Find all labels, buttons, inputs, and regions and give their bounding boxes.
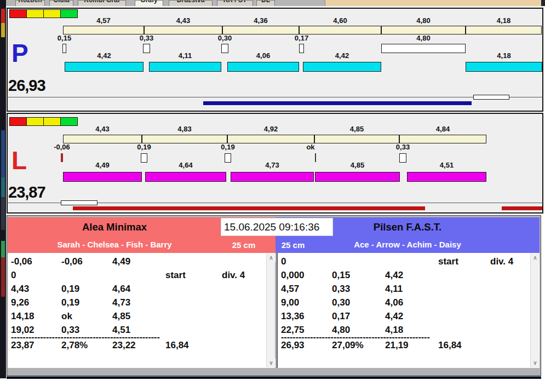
sliver-fragment <box>1 177 5 197</box>
background-titlebar-strip <box>325 0 542 6</box>
status-square <box>60 117 78 126</box>
speed-label: 4,85 <box>351 162 364 169</box>
speed-bar <box>407 172 486 182</box>
offset-label: 0,15 <box>58 34 71 42</box>
split-time-label: 4,80 <box>416 17 430 24</box>
offset-mark <box>399 153 406 163</box>
sliver-fragment <box>1 130 5 177</box>
offset-mark <box>221 44 228 53</box>
split-segment <box>142 135 227 143</box>
table-cell: 0 <box>11 270 16 280</box>
table-cell: 14,18 <box>11 311 35 321</box>
table-separator: ----------------------------------------… <box>11 332 160 339</box>
split-time-label: 4,36 <box>254 17 267 24</box>
tab-label: KR / ST <box>217 0 253 4</box>
split-time-label: 4,60 <box>333 17 347 24</box>
table-cell: 0,19 <box>61 297 79 308</box>
tab--idla[interactable]: Čidla <box>49 0 73 6</box>
table-total-cell: 2,78% <box>61 340 88 350</box>
table-cell: 9,26 <box>11 297 29 308</box>
scroll-down-icon[interactable]: ∨ <box>267 359 276 367</box>
offset-label: -0,06 <box>54 143 70 151</box>
table-total-cell: 16,84 <box>165 340 189 350</box>
split-time-label: 4,92 <box>264 125 278 132</box>
scrollbar-left[interactable]: ∧ ∨ <box>266 253 275 367</box>
background-window-sliver <box>0 0 6 378</box>
lane-letter-l: L <box>12 148 27 173</box>
table-cell: 4,64 <box>112 284 130 294</box>
speed-bar <box>149 62 221 72</box>
status-squares-p <box>10 9 78 18</box>
tab-grafy[interactable]: Grafy <box>135 0 163 6</box>
scroll-up-icon[interactable]: ∧ <box>267 253 276 262</box>
split-segment <box>144 26 222 34</box>
tab-kombi-graf[interactable]: Kombi Graf <box>78 0 126 6</box>
team-names-left: Sarah - Chelsea - Fish - Barry <box>8 240 221 249</box>
distance-label-right: 25 cm <box>271 240 315 250</box>
team-title-left: Alea Minimax <box>8 221 221 233</box>
tab-label: Družstva <box>169 0 212 4</box>
table-cell: 4,06 <box>385 297 403 308</box>
speed-bar <box>227 62 299 72</box>
speed-label: 4,64 <box>179 162 192 169</box>
split-segment <box>63 135 142 143</box>
table-cell: 0,000 <box>281 270 305 280</box>
split-time-label: 4,84 <box>436 125 450 132</box>
speed-bar <box>145 172 226 182</box>
team-names-right: Ace - Arrow - Achim - Daisy <box>276 240 540 249</box>
tab-kr-st[interactable]: KR / ST <box>217 0 253 6</box>
tab-dl[interactable]: DL <box>256 0 275 6</box>
table-total-cell: 16,84 <box>438 340 462 350</box>
tab-label: Grafy <box>135 0 163 4</box>
table-cell: 9,00 <box>281 297 299 308</box>
offset-tick <box>61 153 63 162</box>
timestamp-box: 15.06.2025 09:16:36 <box>221 218 333 236</box>
table-cell: 4,42 <box>385 270 403 280</box>
sliver-fragment <box>1 197 5 230</box>
table-total-cell: 23,87 <box>11 340 35 350</box>
distance-label-left: 25 cm <box>222 240 266 250</box>
offset-label: 0,19 <box>221 143 234 151</box>
table-cell: 4,42 <box>385 311 403 321</box>
table-cell: 0,33 <box>332 284 350 294</box>
offset-label: 4,80 <box>416 34 430 42</box>
scroll-down-icon[interactable]: ∨ <box>531 359 540 367</box>
offset-label: 0,17 <box>295 34 308 42</box>
split-time-label: 4,43 <box>95 125 109 132</box>
speed-label: 4,49 <box>95 162 109 169</box>
status-square <box>43 117 61 126</box>
speed-label: 4,42 <box>335 52 349 59</box>
status-square <box>9 9 27 18</box>
progress-bar <box>502 206 542 210</box>
table-total-cell: 23,22 <box>112 340 136 350</box>
table-cell: 4,57 <box>281 284 299 294</box>
scrollbar-right[interactable]: ∧ ∨ <box>530 253 539 367</box>
progress-bar <box>203 101 472 105</box>
split-time-label: 4,85 <box>350 125 364 132</box>
tab-rozb-h[interactable]: Rozběh <box>15 0 45 6</box>
tab-label: DL <box>257 0 274 4</box>
tab-dru-stva[interactable]: Družstva <box>169 0 213 6</box>
scroll-up-icon[interactable]: ∧ <box>531 253 540 262</box>
split-time-label: 4,83 <box>177 125 191 132</box>
lane-total-p: 26,93 <box>8 78 45 94</box>
split-time-label: 4,18 <box>497 17 510 24</box>
offset-mark <box>381 44 466 53</box>
split-time-label: 4,57 <box>96 17 110 24</box>
speed-label: 4,06 <box>256 52 270 59</box>
status-square <box>43 9 61 18</box>
results-table-right[interactable] <box>277 253 540 368</box>
offset-label: 0,33 <box>140 34 153 42</box>
table-cell: 13,36 <box>281 311 305 321</box>
table-cell: -0,06 <box>61 256 83 267</box>
split-segment <box>314 135 399 143</box>
progress-marker-box <box>61 200 97 205</box>
table-cell: div. 4 <box>490 256 513 267</box>
sliver-fragment <box>1 9 5 23</box>
speed-bar <box>315 172 400 182</box>
speed-bar <box>466 62 542 72</box>
background-corner <box>541 0 545 6</box>
tab-label: Rozběh <box>16 0 44 4</box>
status-square <box>9 117 27 126</box>
split-segment <box>466 26 542 34</box>
